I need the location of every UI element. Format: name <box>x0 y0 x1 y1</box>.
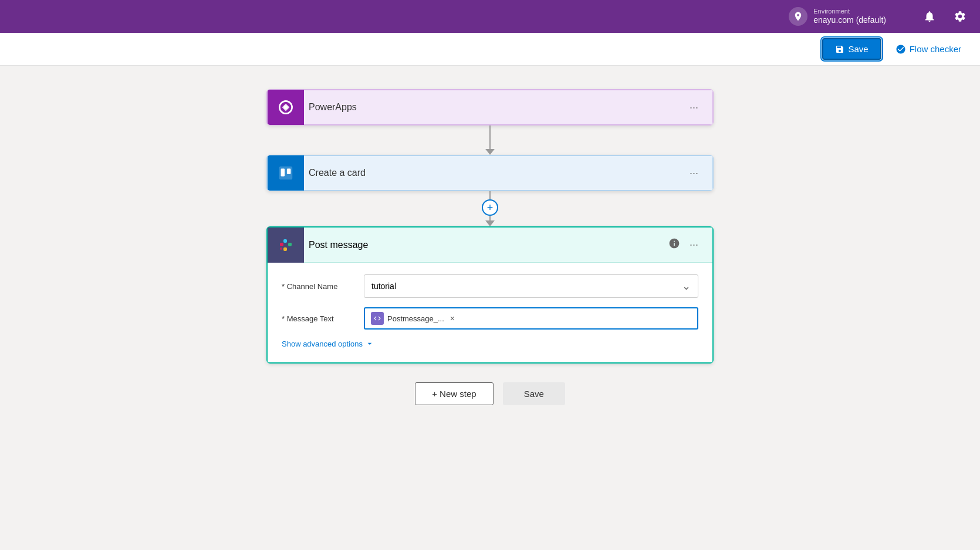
channel-name-dropdown[interactable]: tutorial ⌄ <box>364 274 698 298</box>
svg-rect-9 <box>280 247 282 250</box>
connector-1 <box>485 125 495 155</box>
bottom-actions: + New step Save <box>415 382 565 405</box>
save-button[interactable]: Save <box>822 38 881 60</box>
settings-button[interactable] <box>949 6 971 27</box>
environment-icon <box>789 7 807 26</box>
add-step-button[interactable]: + <box>482 199 498 216</box>
create-card-step-header[interactable]: Create a card ··· <box>267 155 713 191</box>
connector-plus: + <box>482 191 498 226</box>
topbar: Environment enayu.com (default) <box>0 0 980 33</box>
flow-checker-button[interactable]: Flow checker <box>886 39 971 59</box>
message-text-label: * Message Text <box>282 314 364 323</box>
powerapps-step-title: PowerApps <box>304 102 685 113</box>
new-step-button[interactable]: + New step <box>415 382 493 405</box>
save-bottom-button[interactable]: Save <box>503 382 565 405</box>
channel-name-value: tutorial <box>371 281 396 291</box>
powerapps-icon-wrap <box>268 90 304 125</box>
flow-canvas: PowerApps ··· Create a card ··· + <box>0 66 980 550</box>
svg-rect-8 <box>283 247 287 251</box>
powerapps-menu-button[interactable]: ··· <box>685 99 703 116</box>
chevron-down-icon <box>365 339 374 348</box>
save-label: Save <box>848 44 868 54</box>
tag-close-button[interactable]: × <box>450 314 455 323</box>
message-text-input[interactable]: Postmessage_... × <box>364 307 698 330</box>
environment-name: enayu.com (default) <box>813 15 886 25</box>
post-message-form: * Channel Name tutorial ⌄ * Message Text… <box>268 263 712 362</box>
post-message-info-button[interactable] <box>664 235 685 254</box>
trello-icon <box>276 164 296 182</box>
post-message-step-header[interactable]: Post message ··· <box>268 228 712 263</box>
create-card-menu-button[interactable]: ··· <box>685 165 703 182</box>
post-message-step: Post message ··· * Channel Name tutorial… <box>266 226 714 364</box>
environment-info: Environment enayu.com (default) <box>789 7 886 26</box>
create-card-step: Create a card ··· <box>266 155 714 191</box>
svg-rect-3 <box>281 169 285 176</box>
powerapps-step-header[interactable]: PowerApps ··· <box>267 90 713 125</box>
connector-plus-line-top <box>489 191 491 199</box>
topbar-icons <box>919 6 971 27</box>
channel-name-label: * Channel Name <box>282 282 364 291</box>
tag-text: Postmessage_... <box>387 314 444 323</box>
environment-text: Environment enayu.com (default) <box>813 8 886 25</box>
environment-label: Environment <box>813 8 886 15</box>
connector-plus-line-bottom <box>489 216 491 220</box>
powerapps-icon <box>276 97 296 117</box>
tag-icon <box>371 312 384 325</box>
create-card-step-title: Create a card <box>304 168 685 178</box>
svg-rect-10 <box>289 243 292 245</box>
channel-name-field-row: * Channel Name tutorial ⌄ <box>282 274 698 298</box>
slack-icon <box>276 236 295 254</box>
show-advanced-options[interactable]: Show advanced options <box>282 339 698 358</box>
powerapps-step: PowerApps ··· <box>266 89 714 125</box>
chevron-down-icon: ⌄ <box>682 280 691 293</box>
flow-checker-label: Flow checker <box>910 44 961 54</box>
connector-arrow-1 <box>485 149 495 155</box>
trello-icon-wrap <box>268 155 304 191</box>
slack-icon-wrap <box>268 228 304 263</box>
post-message-step-title: Post message <box>304 240 664 250</box>
svg-rect-4 <box>287 169 291 174</box>
svg-point-1 <box>284 106 288 109</box>
message-text-field-row: * Message Text Postmessage_... × <box>282 307 698 330</box>
svg-rect-5 <box>280 243 283 246</box>
toolbar: Save Flow checker <box>0 33 980 66</box>
connector-plus-arrow <box>485 220 495 226</box>
connector-line-1 <box>489 125 491 149</box>
notification-button[interactable] <box>919 6 940 27</box>
show-advanced-label: Show advanced options <box>282 339 363 348</box>
post-message-menu-button[interactable]: ··· <box>685 236 703 253</box>
svg-rect-6 <box>283 239 287 243</box>
